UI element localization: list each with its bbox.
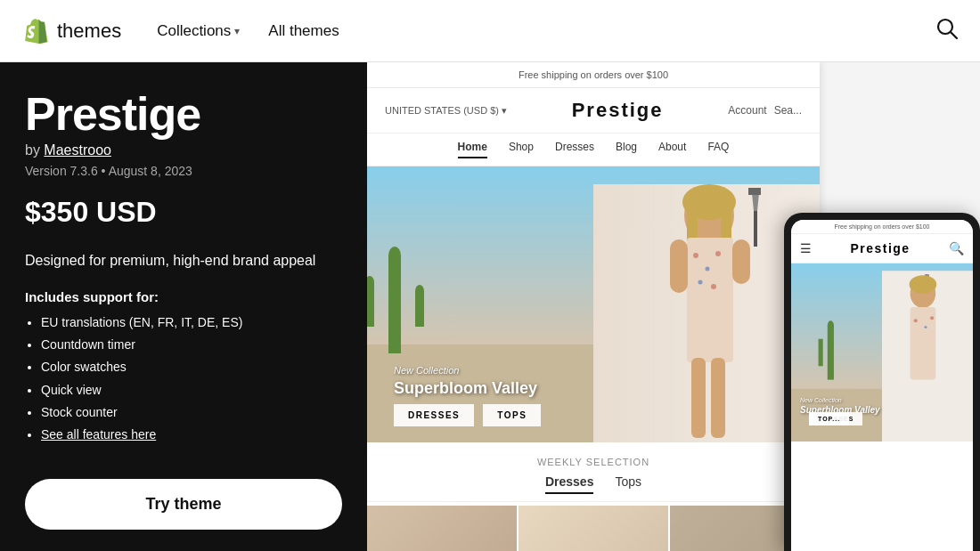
mobile-tops-btn[interactable]: TOP... (809, 412, 849, 425)
search-icon (935, 17, 959, 40)
mobile-store-name: Prestige (850, 241, 910, 255)
theme-price: $350 USD (25, 196, 342, 229)
weekly-selection: Weekly Selection Dresses Tops (367, 442, 820, 502)
nav-item-dresses[interactable]: Dresses (555, 141, 594, 158)
hero-subtitle: Superbloom Valley (394, 379, 537, 398)
hero-tops-btn[interactable]: TOPS (483, 404, 541, 426)
hero-background (367, 166, 820, 442)
theme-version: Version 7.3.6 • August 8, 2023 (25, 164, 342, 178)
svg-point-25 (711, 284, 716, 289)
chevron-down-icon: ▾ (234, 25, 240, 37)
list-item: EU translations (EN, FR, IT, DE, ES) (41, 312, 342, 334)
theme-title: Prestige (25, 91, 342, 137)
svg-point-36 (828, 320, 834, 329)
weekly-tabs: Dresses Tops (385, 474, 802, 494)
list-item: Color swatches (41, 356, 342, 378)
author-link[interactable]: Maestrooo (44, 142, 111, 158)
mobile-shipping-bar: Free shipping on orders over $100 (791, 220, 973, 234)
svg-rect-35 (828, 325, 834, 379)
svg-rect-8 (388, 255, 401, 353)
support-title: Includes support for: (25, 289, 342, 304)
weekly-tab-dresses[interactable]: Dresses (545, 474, 594, 494)
svg-point-22 (706, 267, 710, 271)
svg-point-13 (415, 285, 424, 297)
svg-rect-27 (732, 239, 750, 284)
theme-description: Designed for premium, high-end brand app… (25, 250, 342, 271)
list-item: Countdown timer (41, 334, 342, 356)
svg-point-9 (388, 247, 401, 264)
mobile-preview: Free shipping on orders over $100 ☰ Pres… (784, 213, 980, 551)
shipping-bar: Free shipping on orders over $100 (367, 62, 820, 88)
list-item: Stock counter (41, 401, 342, 424)
search-link[interactable]: Sea... (774, 104, 802, 117)
nav-item-shop[interactable]: Shop (509, 141, 534, 158)
svg-rect-7 (748, 188, 761, 195)
nav-links: Collections ▾ All themes (157, 22, 935, 40)
mobile-hero: New Collection Superbloom Valley DRESSES… (791, 263, 973, 442)
svg-point-24 (698, 280, 703, 285)
svg-rect-37 (819, 339, 823, 367)
svg-point-21 (693, 253, 698, 258)
search-button[interactable] (935, 17, 959, 45)
svg-rect-10 (367, 282, 374, 327)
collections-nav-link[interactable]: Collections ▾ (157, 22, 240, 40)
theme-title-group: Prestige by Maestrooo Version 7.3.6 • Au… (25, 91, 342, 178)
svg-line-1 (951, 32, 957, 38)
svg-rect-29 (711, 358, 725, 438)
hero-caption: New Collection (394, 365, 537, 376)
support-list: EU translations (EN, FR, IT, DE, ES) Cou… (25, 312, 342, 446)
store-nav: Home Shop Dresses Blog About FAQ (367, 134, 820, 166)
nav-item-home[interactable]: Home (458, 141, 487, 158)
hero-dresses-btn[interactable]: DRESSES (394, 404, 474, 426)
weekly-label: Weekly Selection (385, 457, 802, 467)
brand-logo[interactable]: themes (21, 17, 121, 45)
svg-point-43 (930, 316, 934, 320)
desktop-preview: Free shipping on orders over $100 UNITED… (367, 62, 820, 551)
theme-info-panel: Prestige by Maestrooo Version 7.3.6 • Au… (0, 62, 367, 551)
store-name: Prestige (507, 99, 728, 122)
list-item: Quick view (41, 379, 342, 401)
features-link[interactable]: See all features here (41, 427, 156, 442)
account-link[interactable]: Account (728, 104, 766, 117)
nav-item-faq[interactable]: FAQ (707, 141, 729, 158)
svg-rect-28 (691, 358, 706, 438)
theme-author: by Maestrooo (25, 142, 342, 158)
list-item: See all features here (41, 424, 342, 446)
nav-item-about[interactable]: About (658, 141, 686, 158)
all-themes-nav-link[interactable]: All themes (268, 22, 339, 40)
hamburger-icon[interactable]: ☰ (800, 241, 812, 255)
hero-buttons: DRESSES TOPS (394, 404, 541, 426)
header-links: Account Sea... (728, 104, 802, 117)
brand-name: themes (57, 20, 121, 43)
svg-point-42 (924, 326, 927, 328)
mobile-search-icon[interactable]: 🔍 (949, 241, 964, 255)
svg-point-41 (914, 319, 918, 322)
main-content: Prestige by Maestrooo Version 7.3.6 • Au… (0, 62, 980, 551)
product-thumb-2[interactable] (519, 506, 668, 551)
hero-section: New Collection Superbloom Valley DRESSES… (367, 166, 820, 442)
try-theme-button[interactable]: Try theme (25, 479, 342, 530)
svg-point-39 (910, 275, 937, 293)
hero-caption-area: New Collection Superbloom Valley (394, 365, 537, 398)
shopify-icon (21, 17, 50, 45)
store-header: UNITED STATES (USD $) ▾ Prestige Account… (367, 88, 820, 134)
product-thumb-1[interactable] (367, 506, 517, 551)
theme-preview-panel: Free shipping on orders over $100 UNITED… (367, 62, 980, 551)
weekly-tab-tops[interactable]: Tops (615, 474, 641, 494)
mobile-screen: Free shipping on orders over $100 ☰ Pres… (791, 220, 973, 551)
svg-rect-26 (670, 239, 688, 293)
navbar: themes Collections ▾ All themes (0, 0, 980, 62)
country-selector[interactable]: UNITED STATES (USD $) ▾ (385, 105, 507, 117)
svg-point-23 (715, 251, 721, 256)
product-grid (367, 502, 820, 551)
nav-item-blog[interactable]: Blog (616, 141, 637, 158)
mobile-header: ☰ Prestige 🔍 (791, 234, 973, 263)
